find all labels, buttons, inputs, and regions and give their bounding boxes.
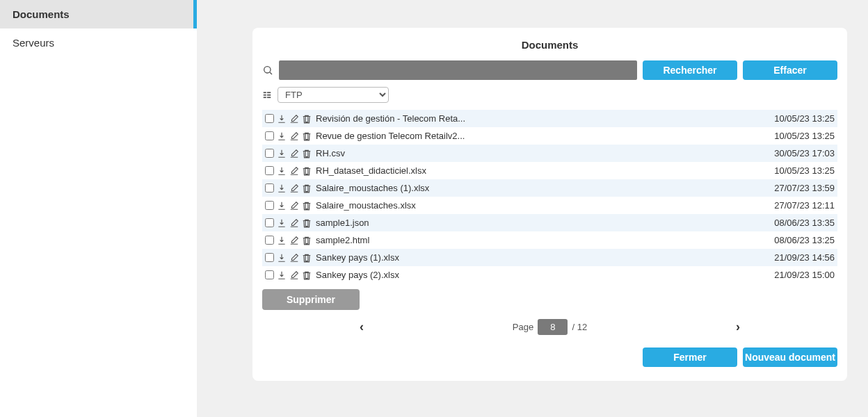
svg-point-0: [264, 67, 271, 73]
document-date: 08/06/23 13:35: [774, 218, 835, 228]
download-icon[interactable]: [277, 236, 287, 245]
svg-line-1: [270, 72, 272, 74]
row-checkbox[interactable]: [265, 166, 274, 175]
delete-button[interactable]: Supprimer: [262, 289, 360, 310]
document-name: Revisión de gestión - Telecom Reta...: [316, 113, 774, 124]
svg-rect-5: [267, 92, 271, 93]
row-actions: [277, 166, 312, 176]
download-icon[interactable]: [277, 149, 287, 158]
trash-icon[interactable]: [302, 236, 312, 245]
sidebar-item-serveurs[interactable]: Serveurs: [0, 28, 197, 57]
search-icon: [262, 65, 273, 76]
document-name: RH.csv: [316, 148, 774, 158]
document-name: RH_dataset_didacticiel.xlsx: [316, 165, 774, 176]
list-icon: [262, 90, 272, 100]
row-actions: [277, 236, 312, 245]
document-date: 27/07/23 13:59: [774, 183, 835, 193]
total-pages: / 12: [572, 322, 587, 332]
svg-rect-4: [264, 97, 266, 98]
document-name: Sankey pays (1).xlsx: [316, 252, 774, 263]
row-checkbox[interactable]: [265, 253, 274, 262]
download-icon[interactable]: [277, 114, 287, 124]
download-icon[interactable]: [277, 253, 287, 263]
trash-icon[interactable]: [302, 149, 312, 158]
table-row: Revue de gestion Telecom Retailv2...10/0…: [262, 127, 837, 145]
row-checkbox[interactable]: [265, 149, 274, 158]
trash-icon[interactable]: [302, 253, 312, 263]
trash-icon[interactable]: [302, 183, 312, 193]
trash-icon[interactable]: [302, 201, 312, 211]
row-actions: [277, 201, 312, 211]
row-checkbox[interactable]: [265, 218, 274, 227]
trash-icon[interactable]: [302, 131, 312, 141]
sidebar-item-documents[interactable]: Documents: [0, 0, 197, 28]
edit-icon[interactable]: [289, 166, 299, 176]
search-row: Rechercher Effacer: [262, 60, 837, 80]
row-actions: [277, 218, 312, 228]
pagination: ‹ Page 8 / 12 ›: [262, 317, 837, 336]
close-button[interactable]: Fermer: [643, 348, 737, 367]
trash-icon[interactable]: [302, 270, 312, 280]
current-page[interactable]: 8: [538, 319, 568, 335]
document-name: sample2.html: [316, 235, 774, 245]
edit-icon[interactable]: [289, 270, 299, 280]
download-icon[interactable]: [277, 131, 287, 141]
row-checkbox[interactable]: [265, 270, 274, 279]
row-checkbox[interactable]: [265, 183, 274, 193]
table-row: RH.csv30/05/23 17:03: [262, 145, 837, 162]
download-icon[interactable]: [277, 183, 287, 193]
table-row: Salaire_moustaches (1).xlsx27/07/23 13:5…: [262, 179, 837, 197]
search-input[interactable]: [279, 60, 637, 80]
document-date: 08/06/23 13:25: [774, 235, 835, 245]
document-date: 10/05/23 13:25: [774, 165, 835, 176]
edit-icon[interactable]: [289, 218, 299, 228]
sidebar-item-label: Serveurs: [13, 37, 54, 49]
download-icon[interactable]: [277, 201, 287, 211]
server-row: FTP: [262, 87, 837, 103]
edit-icon[interactable]: [289, 236, 299, 245]
row-checkbox[interactable]: [265, 201, 274, 210]
table-row: sample2.html08/06/23 13:25: [262, 231, 837, 249]
table-row: Sankey pays (1).xlsx21/09/23 14:56: [262, 249, 837, 266]
trash-icon[interactable]: [302, 166, 312, 176]
next-page-icon[interactable]: ›: [736, 320, 740, 334]
row-actions: [277, 149, 312, 158]
edit-icon[interactable]: [289, 201, 299, 211]
document-date: 10/05/23 13:25: [774, 131, 835, 141]
svg-rect-3: [264, 94, 266, 95]
trash-icon[interactable]: [302, 114, 312, 124]
document-date: 27/07/23 12:11: [774, 200, 835, 211]
server-select[interactable]: FTP: [278, 87, 389, 103]
svg-rect-2: [264, 92, 266, 93]
edit-icon[interactable]: [289, 114, 299, 124]
svg-rect-7: [267, 97, 271, 98]
prev-page-icon[interactable]: ‹: [360, 320, 364, 334]
row-checkbox[interactable]: [265, 236, 274, 245]
clear-button[interactable]: Effacer: [743, 60, 837, 80]
document-name: Salaire_moustaches.xlsx: [316, 200, 774, 211]
table-row: Salaire_moustaches.xlsx27/07/23 12:11: [262, 197, 837, 214]
new-document-button[interactable]: Nouveau document: [743, 348, 837, 367]
download-icon[interactable]: [277, 166, 287, 176]
footer-buttons: Fermer Nouveau document: [262, 348, 837, 367]
download-icon[interactable]: [277, 218, 287, 228]
edit-icon[interactable]: [289, 183, 299, 193]
trash-icon[interactable]: [302, 218, 312, 228]
row-checkbox[interactable]: [265, 114, 274, 123]
main-area: Documents Rechercher Effacer FTP Revisió…: [197, 0, 868, 417]
row-actions: [277, 270, 312, 280]
document-date: 21/09/23 15:00: [774, 270, 835, 280]
row-checkbox[interactable]: [265, 131, 274, 140]
document-name: Salaire_moustaches (1).xlsx: [316, 183, 774, 193]
sidebar-item-label: Documents: [13, 8, 70, 20]
document-name: Sankey pays (2).xlsx: [316, 270, 774, 280]
page-label: Page: [513, 322, 533, 332]
document-date: 10/05/23 13:25: [774, 113, 835, 124]
table-row: Revisión de gestión - Telecom Reta...10/…: [262, 110, 837, 127]
table-row: Sankey pays (2).xlsx21/09/23 15:00: [262, 266, 837, 284]
download-icon[interactable]: [277, 270, 287, 280]
edit-icon[interactable]: [289, 149, 299, 158]
search-button[interactable]: Rechercher: [643, 60, 737, 80]
edit-icon[interactable]: [289, 131, 299, 141]
edit-icon[interactable]: [289, 253, 299, 263]
